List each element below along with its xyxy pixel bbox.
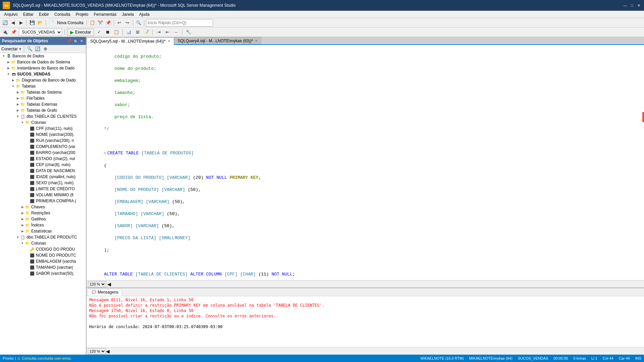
main-layout: Pesquisador de Objetos 📌 ⧉ ✕ Conectar ▼ … [0, 37, 644, 355]
tb2-pin-btn[interactable]: 📌 [10, 29, 17, 36]
tb2-parse-btn[interactable]: 📋 [113, 29, 120, 36]
tree-item-sucos[interactable]: ▼ 🗃 SUCOS_VENDAS [0, 71, 86, 77]
tree-item-col-rua[interactable]: ⬛ RUA (varchar(200), n [0, 138, 86, 144]
window-controls[interactable]: — □ ✕ [623, 3, 641, 8]
oe-connect-label[interactable]: Conectar [1, 47, 18, 51]
minimize-button[interactable]: — [623, 3, 628, 8]
tree-item-col-bairro[interactable]: ⬛ BAIRRO (varchar(200 [0, 150, 86, 156]
tree-item-tables[interactable]: ▼ 📁 Tabelas [0, 83, 86, 89]
oe-float-btn[interactable]: ⧉ [73, 39, 78, 43]
tb-cut-btn[interactable]: ✂️ [97, 19, 104, 27]
tab4-close[interactable]: ✕ [255, 39, 258, 43]
tree-item-col-tamanho[interactable]: ⬛ TAMANHO (varchar( [0, 264, 86, 270]
tree-item-col-embalagem[interactable]: ⬛ EMBALAGEM (varcha [0, 258, 86, 264]
tb-redo-btn[interactable]: ↪ [124, 19, 131, 27]
tree-item-col-primeira[interactable]: ⬛ PRIMEIRA COMPRA ( [0, 198, 86, 204]
menu-janela[interactable]: Janela [119, 11, 137, 17]
tab5-close[interactable]: ✕ [168, 39, 170, 43]
zoom-scroll-left[interactable]: ◀ [107, 281, 111, 287]
execute-button[interactable]: ▶ Executar [67, 29, 94, 36]
tb-copy-btn[interactable]: 📋 [89, 19, 96, 27]
code-area[interactable]: código do produto; nome do produto; emba… [87, 46, 644, 279]
oe-connect-arrow[interactable]: ▼ [18, 47, 22, 51]
oe-unpin-btn[interactable]: 📌 [67, 39, 72, 43]
tb2-indent-btn[interactable]: ⇥ [155, 29, 162, 36]
oe-new-btn[interactable]: ⊕ [42, 45, 49, 53]
tb2-stop-btn[interactable]: ⏹ [104, 29, 111, 36]
menu-consulta[interactable]: Consulta [52, 11, 73, 17]
tb2-comment-btn[interactable]: -- [172, 29, 180, 36]
oe-close-btn[interactable]: ✕ [79, 39, 84, 43]
tree-item-snapshots[interactable]: ▶ 📁 Instantâneos do Banco de Dado [0, 65, 86, 71]
tb-search-btn[interactable]: 🔍 [135, 19, 142, 27]
tb-fwd-btn[interactable]: ▶ [17, 19, 25, 27]
zoom-select[interactable]: 120 % 100 % 80 % [88, 281, 106, 287]
sql-editor[interactable]: código do produto; nome do produto; emba… [87, 45, 644, 280]
menu-arquivo[interactable]: Arquivo [1, 11, 20, 17]
tb2-grid-btn[interactable]: ⊞ [134, 29, 141, 36]
tb-new-btn[interactable]: 🔄 [1, 19, 9, 27]
tab-query4[interactable]: SQLQuery4.sql - M...LNOTE\mykae (63))* ✕ [174, 37, 262, 44]
tb2-extra-btn[interactable]: 🔧 [185, 29, 192, 36]
maximize-button[interactable]: □ [629, 3, 635, 8]
code-line: tamanho; [104, 90, 641, 96]
tb-new-query-btn[interactable]: 📄 [48, 19, 55, 27]
tree-item-col-sexo[interactable]: ⬛ SEXO (char(1), nulo) [0, 180, 86, 186]
tree-item-col-comp[interactable]: ⬛ COMPLEMENTO (var [0, 144, 86, 150]
tab-query5[interactable]: SQLQuery5.sql - M...LNOTE\mykae (64))* ✕ [87, 38, 174, 45]
tb-back-btn[interactable]: ◀ [9, 19, 17, 27]
tree-item-col-nome[interactable]: ⬛ NOME (varchar(200), [0, 132, 86, 138]
menu-ferramentas[interactable]: Ferramentas [91, 11, 119, 17]
tb-paste-btn[interactable]: 📌 [105, 19, 112, 27]
close-button[interactable]: ✕ [636, 3, 641, 8]
tree-item-filetables[interactable]: ▶ 📁 FileTables [0, 95, 86, 101]
menu-exibir[interactable]: Exibir [36, 11, 52, 17]
results-tab-messages[interactable]: 💬 Mensagens [88, 289, 122, 296]
oe-refresh-btn[interactable]: 🔄 [34, 45, 41, 53]
tree-item-diagrams[interactable]: ▶ 📁 Diagramas de Banco de Dado [0, 77, 86, 83]
tree-item-sys-tables[interactable]: ▶ 📁 Tabelas do Sistema [0, 89, 86, 95]
results-scroll-left[interactable]: ◀ [106, 349, 110, 354]
tree-item-indices[interactable]: ▶ 📁 Índices [0, 222, 86, 228]
tree-item-col-volume[interactable]: ⬛ VOLUME MINIMO (fi [0, 192, 86, 198]
tree-item-colunas-produtos[interactable]: ▼ 📁 Colunas [0, 240, 86, 246]
tb-undo-btn[interactable]: ↩ [116, 19, 123, 27]
tb-save-btn[interactable]: 💾 [29, 19, 36, 27]
tree-item-col-nome-prod[interactable]: ⬛ NOME DO PRODUTC [0, 252, 86, 258]
menu-editar[interactable]: Editar [20, 11, 36, 17]
quick-search-input[interactable] [146, 19, 213, 27]
tree-item-col-sabor[interactable]: ⬛ SABOR (varchar(50), [0, 270, 86, 276]
tree-item-ext-tables[interactable]: ▶ 📁 Tabelas Externas [0, 101, 86, 107]
tb2-text-btn[interactable]: 📝 [143, 29, 150, 36]
tree-item-col-estado[interactable]: ⬛ ESTADO (char(2), nul [0, 156, 86, 162]
tree-item-dbo-clientes[interactable]: ▼ 📋 dbo.TABELA DE CLIENTES [0, 113, 86, 119]
tb2-unindent-btn[interactable]: ⇤ [164, 29, 171, 36]
database-select[interactable]: SUCOS_VENDAS [19, 29, 62, 36]
tree-label: Tabelas de Grafo [26, 108, 57, 113]
tree-item-col-cep[interactable]: ⬛ CEP (char(8), nulo) [0, 162, 86, 168]
tree-item-dbo-produtos[interactable]: ▼ 📋 dbo.TABELA DE PRODUTC [0, 234, 86, 240]
oe-filter-btn[interactable]: 🔍 [26, 45, 33, 53]
tb2-results-btn[interactable]: 📊 [125, 29, 132, 36]
tb2-btn1[interactable]: 🔌 [1, 29, 9, 36]
tree-item-gatilhos[interactable]: ▶ 📁 Gatilhos [0, 216, 86, 222]
tree-item-databases[interactable]: ▼ 🗄 Bancos de Dados [0, 53, 86, 59]
tree-item-colunas-clientes[interactable]: ▼ 📁 Colunas [0, 119, 86, 125]
tb-open-btn[interactable]: 📂 [37, 19, 44, 27]
tree-item-estatisticas[interactable]: ▶ 📁 Estatísticas [0, 228, 86, 234]
tree-item-restricoes[interactable]: ▶ 📁 Restrições [0, 210, 86, 216]
status-user: MIKAELNOTE\mykae (64) [469, 356, 513, 360]
tree-item-col-data[interactable]: ⬛ DATA DE NASCIMEN [0, 168, 86, 174]
tree-item-col-limite[interactable]: ⬛ LIMITE DE CREDITO [0, 186, 86, 192]
results-zoom-select[interactable]: 120 % 100 % [88, 348, 106, 354]
new-query-label[interactable]: Nova Consulta [56, 20, 85, 25]
menu-projeto[interactable]: Projeto [73, 11, 91, 17]
tree-item-col-codigo-prod[interactable]: 🔑 CODIGO DO PRODU [0, 246, 86, 252]
tree-item-col-idade[interactable]: ⬛ IDADE (smallint, nulo) [0, 174, 86, 180]
menu-ajuda[interactable]: Ajuda [137, 11, 152, 17]
tree-item-col-cpf[interactable]: ⬛ CPF (char(11), nulo) [0, 125, 86, 132]
tb2-check-btn[interactable]: ✓ [95, 29, 103, 36]
tree-item-sys-db[interactable]: ▶ 📁 Bancos de Dados do Sistema [0, 59, 86, 65]
tree-item-graph-tables[interactable]: ▶ 📁 Tabelas de Grafo [0, 107, 86, 113]
tree-item-chaves[interactable]: ▶ 📁 Chaves [0, 204, 86, 210]
